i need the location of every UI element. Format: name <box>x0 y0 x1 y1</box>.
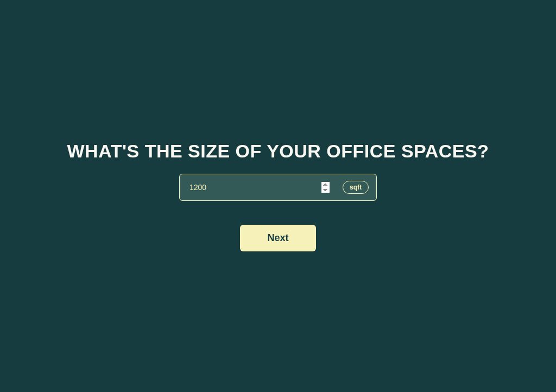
office-size-input[interactable] <box>185 180 334 195</box>
next-button[interactable]: Next <box>240 225 316 251</box>
unit-badge: sqft <box>343 181 369 194</box>
size-input-wrapper: sqft <box>179 174 377 201</box>
form-container: WHAT'S THE SIZE OF YOUR OFFICE SPACES? s… <box>0 141 556 251</box>
page-heading: WHAT'S THE SIZE OF YOUR OFFICE SPACES? <box>67 141 489 162</box>
